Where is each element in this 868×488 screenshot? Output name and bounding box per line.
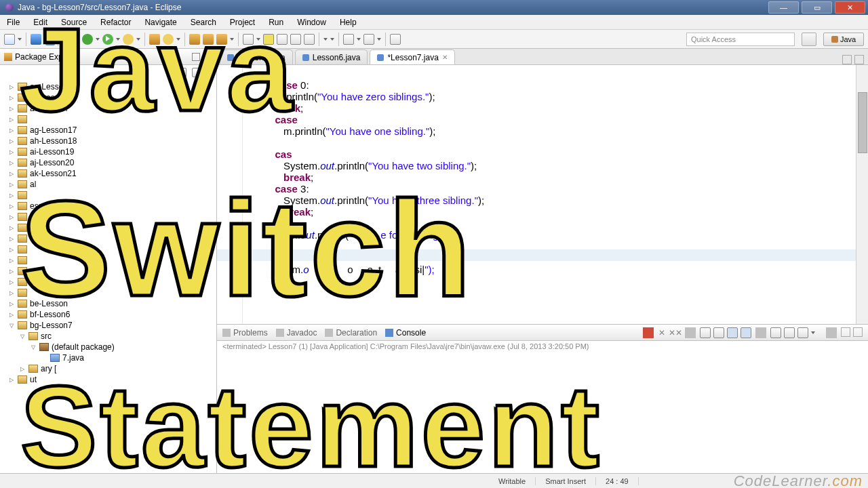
project-tree[interactable]: aa-Lessonab-Lessonac-Lessonag-Lesson17ah… (0, 80, 216, 473)
folder-icon[interactable] (189, 34, 200, 45)
menu-edit[interactable]: Edit (26, 18, 54, 27)
console-max-icon[interactable] (853, 327, 863, 337)
editor-scrollbar[interactable] (856, 65, 868, 324)
tree-node[interactable]: be-Lesson (0, 298, 216, 309)
wrap-icon[interactable] (741, 327, 751, 338)
quick-access-input[interactable]: Quick Access (686, 33, 795, 46)
console-icon-a[interactable] (700, 327, 711, 338)
tree-node[interactable]: ah-Lesson18 (0, 136, 216, 146)
pin-console-icon[interactable] (784, 327, 795, 338)
menu-search[interactable]: Search (184, 18, 223, 27)
console-icon-b[interactable] (713, 327, 724, 338)
tree-node[interactable] (0, 190, 216, 201)
tree-node[interactable]: ab-Lesson (0, 92, 216, 103)
display-console-icon[interactable] (797, 327, 808, 338)
back-dropdown[interactable] (323, 34, 328, 45)
icon-c[interactable] (304, 34, 315, 45)
close-tab-icon[interactable]: ✕ (442, 54, 448, 61)
console-min-icon[interactable] (841, 327, 850, 337)
tree-node[interactable]: aa-Lesson (0, 81, 216, 92)
tree-node[interactable] (0, 266, 216, 277)
tree-node[interactable]: ak-Lesson21 (0, 168, 216, 179)
tree-node[interactable]: aj-Lesson20 (0, 157, 216, 168)
tree-node[interactable]: ac-Lesson (0, 103, 216, 114)
tree-node[interactable]: ai-Lesson19 (0, 146, 216, 157)
menu-source[interactable]: Source (54, 18, 94, 27)
java-perspective-button[interactable]: Java (823, 33, 864, 46)
tree-node[interactable]: (default package) (0, 342, 216, 352)
menu-help[interactable]: Help (333, 18, 363, 27)
tree-node[interactable]: ary [ (0, 363, 216, 374)
new-dropdown[interactable] (18, 34, 22, 45)
tree-node[interactable] (0, 255, 216, 266)
view-menu-icon[interactable] (207, 67, 211, 78)
tab-lesson7[interactable]: *Lesson7.java✕ (370, 49, 454, 64)
tree-node[interactable] (0, 222, 216, 233)
menu-navigate[interactable]: Navigate (138, 18, 183, 27)
tree-node[interactable] (0, 211, 216, 222)
icon-1[interactable] (62, 34, 73, 45)
debug-dropdown[interactable] (96, 34, 100, 45)
search-icon[interactable] (243, 34, 254, 45)
menu-refactor[interactable]: Refactor (94, 18, 138, 27)
menu-file[interactable]: File (0, 18, 26, 27)
scroll-lock-icon[interactable] (727, 327, 738, 338)
pin-icon[interactable] (390, 34, 401, 45)
menu-project[interactable]: Project (223, 18, 262, 27)
saveall-icon[interactable] (44, 35, 54, 44)
remove-all-icon[interactable]: ✕✕ (670, 327, 681, 338)
open-perspective-button[interactable] (802, 33, 816, 46)
tab-javadoc[interactable]: Javadoc (276, 328, 317, 338)
close-button[interactable]: ✕ (835, 1, 865, 14)
package-explorer-tab[interactable]: Package Explo (0, 49, 216, 65)
tree-node[interactable]: ag-Lesson17 (0, 125, 216, 136)
link-icon[interactable] (192, 68, 201, 77)
tree-node[interactable]: bg-Lesson7 (0, 320, 216, 331)
tree-node[interactable] (0, 244, 216, 255)
scrollbar-thumb[interactable] (858, 92, 867, 153)
maximize-view-icon[interactable] (204, 53, 212, 61)
minimize-button[interactable]: — (768, 1, 799, 14)
tree-node[interactable]: esson (0, 201, 216, 211)
tab-lesson5[interactable]: Lesson5.java (220, 49, 293, 64)
tree-node[interactable]: bf-Lesson6 (0, 309, 216, 320)
tab-problems[interactable]: Problems (222, 328, 268, 338)
collapse-icon[interactable] (177, 68, 186, 77)
nav-back-icon[interactable] (343, 34, 354, 45)
newclass-icon[interactable] (163, 34, 174, 45)
menu-run[interactable]: Run (262, 18, 290, 27)
code-editor[interactable]: case 0: .println("You have zero siblings… (217, 65, 868, 324)
folder2-icon[interactable] (203, 34, 214, 45)
debug-icon[interactable] (82, 34, 93, 45)
new-icon[interactable] (4, 34, 15, 45)
tree-node[interactable]: esson (0, 233, 216, 244)
ext-dropdown[interactable] (136, 34, 140, 45)
editor-min-icon[interactable] (842, 55, 852, 64)
folder3-icon[interactable] (216, 34, 227, 45)
tab-declaration[interactable]: Declaration (325, 328, 377, 338)
tab-lesson6[interactable]: Lesson6.java (295, 49, 368, 64)
minimize-view-icon[interactable] (192, 53, 200, 61)
highlight-icon[interactable] (263, 34, 274, 45)
terminate-icon[interactable] (643, 327, 654, 338)
save-icon[interactable] (31, 34, 41, 45)
tree-node[interactable]: al (0, 179, 216, 190)
editor-max-icon[interactable] (854, 55, 864, 64)
nav-fwd-icon[interactable] (363, 34, 374, 45)
run-icon[interactable] (102, 34, 113, 45)
tab-console[interactable]: Console (385, 328, 426, 338)
menu-window[interactable]: Window (290, 18, 333, 27)
icon-a[interactable] (277, 34, 288, 45)
maximize-button[interactable]: ▭ (802, 1, 832, 14)
tree-node[interactable]: ut (0, 374, 216, 385)
tree-node[interactable] (0, 287, 216, 298)
tree-node[interactable] (0, 277, 216, 287)
ext-icon[interactable] (123, 34, 134, 45)
tree-node[interactable]: 7.java (0, 352, 216, 363)
fwd-dropdown[interactable] (330, 34, 334, 45)
console-icon-c[interactable] (770, 327, 781, 338)
tree-node[interactable] (0, 114, 216, 125)
tree-node[interactable]: src (0, 331, 216, 342)
console-body[interactable] (217, 353, 868, 473)
run-dropdown[interactable] (116, 34, 120, 45)
